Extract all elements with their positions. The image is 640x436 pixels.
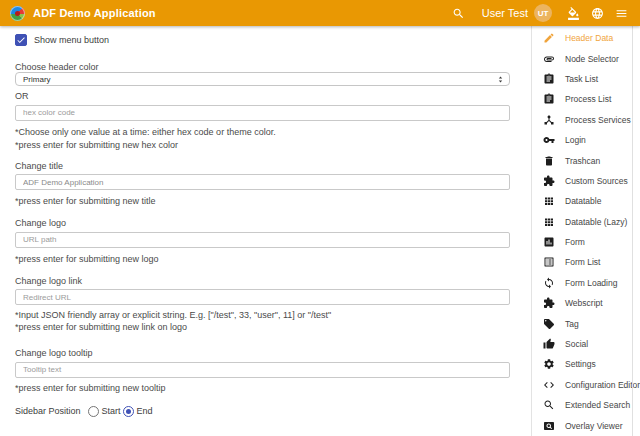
view-module-icon bbox=[543, 195, 555, 207]
sidebar-item-label: Login bbox=[565, 135, 586, 145]
sidebar-item-social[interactable]: Social bbox=[532, 334, 640, 354]
sidebar-item-label: Node Selector bbox=[565, 54, 619, 64]
sidebar-item-label: Datatable bbox=[565, 196, 601, 206]
sidebar-item-settings[interactable]: Settings bbox=[532, 354, 640, 374]
sidebar-item-datatable-lazy[interactable]: Datatable (Lazy) bbox=[532, 212, 640, 232]
sidebar-position-end-label: End bbox=[137, 406, 153, 416]
attachment-icon bbox=[543, 53, 555, 65]
sidebar-item-process-list[interactable]: Process List bbox=[532, 89, 640, 109]
delete-icon bbox=[543, 155, 555, 167]
loop-icon bbox=[543, 277, 555, 289]
sidebar-item-task-list[interactable]: Task List bbox=[532, 69, 640, 89]
sidebar-item-overlay-viewer[interactable]: Overlay Viewer bbox=[532, 415, 640, 435]
sidebar-menu: Header DataNode SelectorTask ListProcess… bbox=[531, 26, 640, 436]
sidebar-item-label: Process List bbox=[565, 94, 611, 104]
hex-color-input[interactable] bbox=[15, 105, 510, 121]
change-logo-input[interactable] bbox=[15, 232, 510, 248]
sidebar-item-label: Tag bbox=[565, 319, 579, 329]
change-title-label: Change title bbox=[15, 161, 510, 171]
app-body: Show menu button Choose header color Pri… bbox=[0, 26, 640, 436]
vpn-key-icon bbox=[543, 134, 555, 146]
change-logo-link-label: Change logo link bbox=[15, 276, 510, 286]
app-logo-icon bbox=[10, 6, 25, 21]
language-globe-icon[interactable] bbox=[591, 7, 604, 20]
or-label: OR bbox=[15, 91, 510, 101]
hint-one-value: *Choose only one value at a time: either… bbox=[15, 127, 510, 137]
theme-color-fill-icon[interactable] bbox=[567, 7, 580, 20]
search-icon bbox=[543, 399, 555, 411]
avatar[interactable]: UT bbox=[534, 4, 552, 22]
sidebar-item-label: Trashcan bbox=[565, 156, 600, 166]
sidebar-item-login[interactable]: Login bbox=[532, 130, 640, 150]
user-name: User Test bbox=[482, 7, 528, 19]
sidebar-item-extended-search[interactable]: Extended Search bbox=[532, 395, 640, 415]
extension-icon bbox=[543, 297, 555, 309]
sidebar-position-row: Sidebar Position Start End bbox=[15, 405, 510, 418]
device-hub-icon bbox=[543, 114, 555, 126]
sidebar-position-start-label: Start bbox=[102, 406, 121, 416]
edit-icon bbox=[543, 32, 555, 44]
sidebar-scrollbar[interactable] bbox=[632, 26, 633, 436]
sidebar-item-datatable[interactable]: Datatable bbox=[532, 191, 640, 211]
sidebar-item-trashcan[interactable]: Trashcan bbox=[532, 150, 640, 170]
header-color-selected-value: Primary bbox=[23, 75, 51, 84]
sidebar-item-label: Settings bbox=[565, 359, 596, 369]
hint-submit-logo: *press enter for submitting new logo bbox=[15, 254, 510, 264]
sidebar-item-label: Header Data bbox=[565, 33, 613, 43]
extension-icon bbox=[543, 175, 555, 187]
sidebar-item-tag[interactable]: Tag bbox=[532, 313, 640, 333]
sidebar-position-label: Sidebar Position bbox=[15, 406, 81, 416]
change-title-input[interactable] bbox=[15, 174, 510, 190]
local-offer-icon bbox=[543, 318, 555, 330]
sidebar-item-webscript[interactable]: Webscript bbox=[532, 293, 640, 313]
hint-submit-title: *press enter for submitting new title bbox=[15, 196, 510, 206]
view-module-icon bbox=[543, 216, 555, 228]
pageview-icon bbox=[543, 420, 555, 432]
sidebar-item-label: Custom Sources bbox=[565, 176, 628, 186]
sidebar-item-label: Datatable (Lazy) bbox=[565, 217, 627, 227]
sidebar-item-custom-sources[interactable]: Custom Sources bbox=[532, 171, 640, 191]
sidebar-item-label: Overlay Viewer bbox=[565, 421, 622, 431]
header-color-select[interactable]: Primary bbox=[15, 72, 510, 86]
sidebar-item-label: Form bbox=[565, 237, 585, 247]
assignment-icon bbox=[543, 73, 555, 85]
thumb-up-icon bbox=[543, 338, 555, 350]
show-menu-row: Show menu button bbox=[15, 34, 510, 46]
sidebar-item-label: Extended Search bbox=[565, 400, 630, 410]
hint-link-format: *Input JSON friendly array or explicit s… bbox=[15, 310, 510, 320]
sidebar-item-label: Social bbox=[565, 339, 588, 349]
settings-icon bbox=[543, 358, 555, 370]
sidebar-item-form-list[interactable]: Form List bbox=[532, 252, 640, 272]
change-logo-link-input[interactable] bbox=[15, 289, 510, 305]
sidebar-item-form[interactable]: Form bbox=[532, 232, 640, 252]
sidebar-position-start-radio[interactable] bbox=[88, 406, 99, 417]
sidebar-item-label: Form List bbox=[565, 257, 600, 267]
change-logo-tooltip-input[interactable] bbox=[15, 362, 510, 378]
sidebar-item-label: Configuration Editor bbox=[565, 380, 640, 390]
hint-submit-hex: *press enter for submitting new hex colo… bbox=[15, 140, 510, 150]
sidebar-item-header-data[interactable]: Header Data bbox=[532, 28, 640, 48]
search-icon[interactable] bbox=[452, 7, 465, 20]
code-icon bbox=[543, 379, 555, 391]
sidebar-item-node-selector[interactable]: Node Selector bbox=[532, 48, 640, 68]
hint-submit-tooltip: *press enter for submitting new tooltip bbox=[15, 383, 510, 393]
app-title: ADF Demo Application bbox=[33, 7, 156, 19]
assignment-icon bbox=[543, 93, 555, 105]
show-menu-label: Show menu button bbox=[34, 35, 109, 45]
change-logo-label: Change logo bbox=[15, 218, 510, 228]
sidebar-item-label: Webscript bbox=[565, 298, 603, 308]
show-menu-checkbox[interactable] bbox=[15, 34, 27, 46]
sidebar-item-configuration-editor[interactable]: Configuration Editor bbox=[532, 375, 640, 395]
sidebar-item-form-loading[interactable]: Form Loading bbox=[532, 273, 640, 293]
header-color-label: Choose header color bbox=[15, 62, 510, 72]
settings-form: Show menu button Choose header color Pri… bbox=[0, 26, 531, 436]
hint-submit-link: *press enter for submitting new link on … bbox=[15, 322, 510, 332]
app-header: ADF Demo Application User Test UT bbox=[0, 0, 640, 26]
change-logo-tooltip-label: Change logo tooltip bbox=[15, 348, 510, 358]
hamburger-menu-icon[interactable] bbox=[615, 7, 628, 20]
sidebar-position-end-radio[interactable] bbox=[123, 406, 134, 417]
check-icon bbox=[16, 35, 26, 45]
sidebar-item-process-services[interactable]: Process Services bbox=[532, 110, 640, 130]
app-window: ADF Demo Application User Test UT Show m… bbox=[0, 0, 640, 436]
list-alt-icon bbox=[543, 256, 555, 268]
